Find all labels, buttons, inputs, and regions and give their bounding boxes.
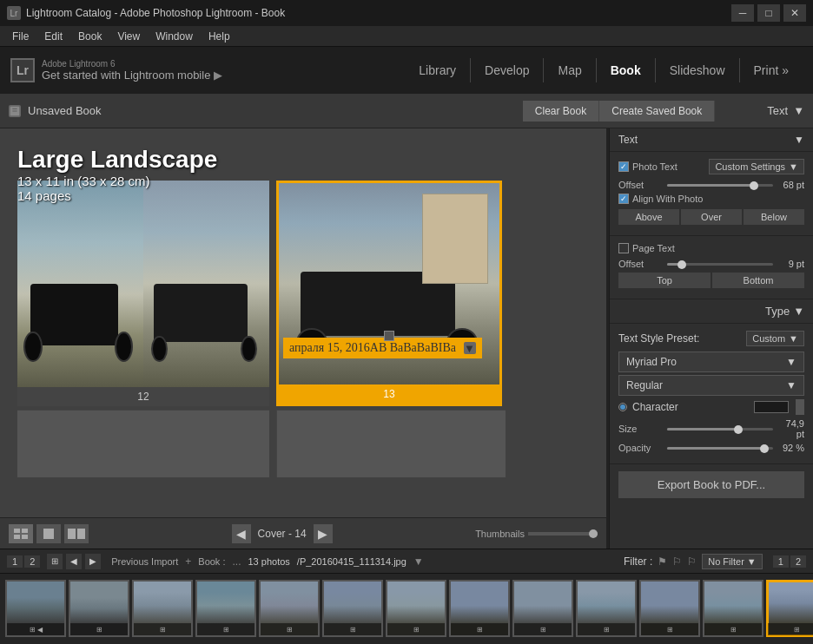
nav-book[interactable]: Book xyxy=(597,58,656,82)
menu-book[interactable]: Book xyxy=(71,29,109,44)
text-style-preset-label: Text Style Preset: xyxy=(618,332,699,345)
align-with-photo-checkbox[interactable] xyxy=(618,194,629,204)
grid-view-button[interactable] xyxy=(9,524,33,543)
page-num-2[interactable]: 2 xyxy=(24,555,40,568)
text-overlay-content[interactable]: апраля 15, 2016АВ ВаВаBaBIBa xyxy=(289,341,456,355)
custom-settings-dropdown[interactable]: Custom Settings ▼ xyxy=(709,159,804,174)
create-saved-book-button[interactable]: Create Saved Book xyxy=(599,101,715,122)
single-view-button[interactable] xyxy=(36,524,61,543)
right-panel-header: Text ▼ xyxy=(610,128,813,152)
filmstrip-filename-arrow[interactable]: ▼ xyxy=(413,555,424,568)
svg-rect-8 xyxy=(68,529,76,539)
filmstrip-thumb-9[interactable]: ⊞ xyxy=(512,580,573,637)
opacity-slider-handle[interactable] xyxy=(760,444,769,453)
text-handle[interactable] xyxy=(384,331,394,341)
menu-help[interactable]: Help xyxy=(202,29,237,44)
nav-slideshow[interactable]: Slideshow xyxy=(656,58,740,82)
page-offset-slider[interactable] xyxy=(667,263,773,266)
page-13[interactable]: апраля 15, 2016АВ ВаВаBaBIBa ▼ 13 xyxy=(276,181,502,406)
font-style-dropdown[interactable]: Regular ▼ xyxy=(618,375,804,396)
below-button[interactable]: Below xyxy=(744,209,804,225)
opacity-slider[interactable] xyxy=(667,447,773,450)
filmstrip-thumb-3[interactable]: ⊞ xyxy=(132,580,193,637)
right-panel-arrow[interactable]: ▼ xyxy=(794,134,804,146)
page-num-right-1[interactable]: 1 xyxy=(773,555,789,568)
filmstrip-grid-button[interactable]: ⊞ xyxy=(47,554,63,569)
page-12[interactable]: 12 xyxy=(17,181,269,406)
page-text-checkbox[interactable] xyxy=(618,243,629,253)
prev-page-button[interactable]: ◀ xyxy=(232,524,251,543)
character-radio[interactable] xyxy=(618,403,627,411)
filmstrip-thumb-8[interactable]: ⊞ xyxy=(449,580,510,637)
size-slider[interactable] xyxy=(667,428,773,430)
page-14-right[interactable] xyxy=(276,410,506,477)
menu-edit[interactable]: Edit xyxy=(37,29,69,44)
filmstrip-thumb-1[interactable]: ⊞ ◀ xyxy=(5,580,66,637)
lr-mobile[interactable]: Get started with Lightroom mobile ▶ xyxy=(42,69,222,82)
canvas-content[interactable]: Large Landscape 13 x 11 in (33 x 28 cm) … xyxy=(0,128,606,517)
filmstrip-thumb-2[interactable]: ⊞ xyxy=(69,580,129,637)
clear-book-button[interactable]: Clear Book xyxy=(523,101,599,122)
menu-file[interactable]: File xyxy=(5,29,36,44)
text-style-preset-dropdown[interactable]: Custom ▼ xyxy=(746,331,804,346)
offset-slider-handle[interactable] xyxy=(750,181,758,190)
thumbnails-slider-handle[interactable] xyxy=(589,529,598,538)
filmstrip-thumb-5[interactable]: ⊞ xyxy=(259,580,320,637)
lr-version: Adobe Lightroom 6 xyxy=(42,59,222,69)
spread-view-button[interactable] xyxy=(64,524,89,543)
offset-value: 68 pt xyxy=(778,180,804,190)
close-button[interactable]: ✕ xyxy=(783,4,806,22)
text-overlay-dropdown-icon[interactable]: ▼ xyxy=(464,342,476,354)
no-filter-dropdown[interactable]: No Filter ▼ xyxy=(702,554,763,569)
font-family-dropdown[interactable]: Myriad Pro ▼ xyxy=(618,352,804,372)
over-button[interactable]: Over xyxy=(681,209,742,225)
above-button[interactable]: Above xyxy=(618,209,679,225)
character-color-arrow[interactable] xyxy=(796,399,804,415)
filmstrip-thumb-7[interactable]: ⊞ xyxy=(386,580,446,637)
filmstrip-thumb-4[interactable]: ⊞ xyxy=(195,580,256,637)
export-book-button[interactable]: Export Book to PDF... xyxy=(618,471,804,498)
photo-text-checkbox[interactable] xyxy=(618,161,629,172)
right-panel-text-label: Text xyxy=(618,134,638,146)
thumbnails-slider[interactable] xyxy=(528,532,598,536)
filmstrip-forward-button[interactable]: ▶ xyxy=(85,554,101,569)
opacity-row: Opacity 92 % xyxy=(618,443,804,453)
filmstrip-back-button[interactable]: ◀ xyxy=(66,554,82,569)
filmstrip-thumb-13[interactable]: ⊞ xyxy=(766,580,813,637)
menu-window[interactable]: Window xyxy=(149,29,200,44)
next-page-button[interactable]: ▶ xyxy=(314,524,333,543)
offset-slider[interactable] xyxy=(667,184,773,187)
nav-map[interactable]: Map xyxy=(544,58,596,82)
menu-view[interactable]: View xyxy=(110,29,147,44)
page-offset-slider-handle[interactable] xyxy=(678,260,686,269)
flag-black-icon[interactable]: ⚐ xyxy=(687,555,697,568)
filmstrip-filter: Filter : ⚑ ⚐ ⚐ No Filter ▼ xyxy=(624,554,763,569)
filmstrip-thumb-6[interactable]: ⊞ xyxy=(322,580,383,637)
nav-print[interactable]: Print » xyxy=(740,58,803,82)
type-label: Type xyxy=(765,305,790,318)
view-buttons xyxy=(9,524,89,543)
flag-white-icon[interactable]: ⚑ xyxy=(658,555,667,568)
filmstrip-thumb-12[interactable]: ⊞ xyxy=(703,580,763,637)
minimize-button[interactable]: ─ xyxy=(731,4,754,22)
size-slider-handle[interactable] xyxy=(734,425,743,434)
text-panel-header: Text ▼ xyxy=(767,104,804,117)
flag-grey-icon[interactable]: ⚐ xyxy=(672,555,682,568)
page-text-section: Page Text Offset 9 pt Top Bottom xyxy=(610,236,813,299)
bottom-button[interactable]: Bottom xyxy=(712,273,804,288)
nav-library[interactable]: Library xyxy=(405,58,471,82)
app-icon: Lr xyxy=(7,6,21,20)
page-14-left[interactable] xyxy=(17,410,269,477)
top-button[interactable]: Top xyxy=(618,273,711,288)
page-num-1[interactable]: 1 xyxy=(7,555,23,568)
filmstrip: 1 2 ⊞ ◀ ▶ Previous Import + Book : ... 1… xyxy=(0,549,813,644)
page-num-right-2[interactable]: 2 xyxy=(790,555,806,568)
text-panel-arrow[interactable]: ▼ xyxy=(793,104,804,117)
filmstrip-thumb-11[interactable]: ⊞ xyxy=(639,580,700,637)
filmstrip-thumb-10[interactable]: ⊞ xyxy=(576,580,637,637)
maximize-button[interactable]: □ xyxy=(757,4,780,22)
type-arrow[interactable]: ▼ xyxy=(793,305,804,318)
text-overlay[interactable]: апраля 15, 2016АВ ВаВаBaBIBa ▼ xyxy=(283,338,482,358)
nav-develop[interactable]: Develop xyxy=(471,58,544,82)
character-color-swatch[interactable] xyxy=(754,401,789,413)
